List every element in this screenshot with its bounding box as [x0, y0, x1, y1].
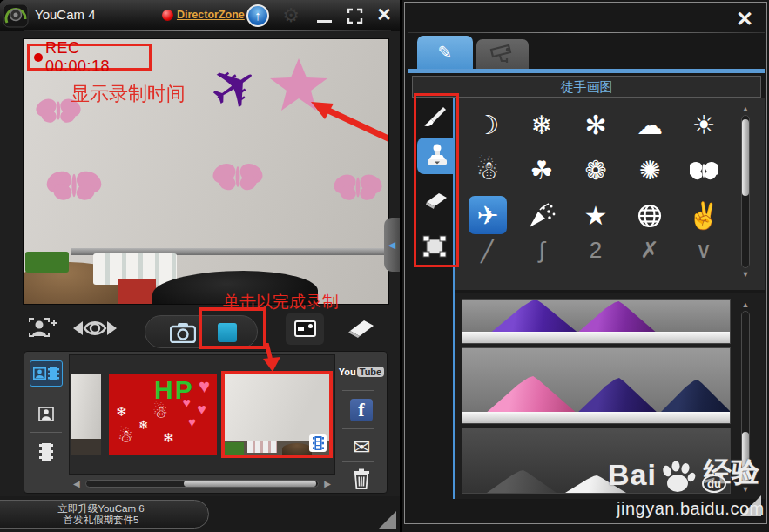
scrollbar-thumb[interactable]: [184, 481, 316, 487]
stamp-cloud-icon[interactable]: ☁: [623, 103, 677, 148]
thumbnail-partial[interactable]: [71, 374, 101, 455]
airplane-stamp: ✈: [197, 47, 273, 127]
screen-capture-icon: [294, 320, 316, 337]
tab-surveillance[interactable]: [476, 39, 529, 69]
envelope-icon: ✉: [353, 435, 370, 460]
stamp-clover-icon[interactable]: ☘: [515, 148, 569, 193]
powder-gray[interactable]: [487, 470, 557, 493]
powder-dark-purple[interactable]: [576, 378, 659, 414]
snowflake-icon: ❄: [116, 405, 127, 418]
stamp-stroke-hook-icon[interactable]: 2: [569, 239, 623, 279]
powder-purple[interactable]: [489, 300, 580, 334]
gallery-scrollbar[interactable]: ◀ ▶: [73, 476, 331, 490]
photo-icon: [38, 407, 54, 421]
window-title: YouCam 4: [35, 7, 96, 22]
tool-eraser[interactable]: [417, 183, 452, 219]
thumbnail-recorded-video-selected[interactable]: [221, 371, 333, 458]
minimize-button[interactable]: [314, 4, 336, 27]
powder-row[interactable]: [462, 347, 731, 424]
stamp-star-icon[interactable]: ★: [569, 193, 623, 239]
film-icon: [39, 443, 53, 461]
annotation-show-record-time: 显示录制时间: [71, 81, 186, 107]
thumbnail-hp-drawing[interactable]: HP ♥ ♥ ♥ ♥ ☃ ☃ ❄ ❄ ❄: [109, 374, 217, 455]
stamp-airplane-icon-selected[interactable]: ✈: [461, 193, 515, 239]
rec-timer: REC 00:00:18: [45, 39, 149, 76]
share-youtube-button[interactable]: YouTube: [340, 359, 383, 385]
share-email-button[interactable]: ✉: [340, 434, 383, 461]
baidu-jingyan-watermark: Bai du 经验 jingyan.baidu.com: [608, 454, 769, 519]
panel-close-button[interactable]: ✕: [732, 8, 757, 30]
webcam-preview[interactable]: ✈ REC 00:00:18 显示录制时间: [23, 38, 389, 305]
scroll-left-icon[interactable]: ◀: [73, 479, 80, 488]
stamp-scrollbar[interactable]: ▲ ▼: [739, 104, 752, 279]
powder-row[interactable]: [462, 299, 731, 344]
stamp-party-popper-icon[interactable]: [515, 193, 569, 239]
stamp-stroke-v-icon[interactable]: ∨: [677, 239, 731, 279]
panel-collapse-handle[interactable]: ◀: [384, 218, 400, 272]
scroll-right-icon[interactable]: ▶: [324, 479, 331, 488]
scrollbar-track[interactable]: [741, 115, 750, 268]
annotation-arrow-down: [256, 343, 284, 373]
stamp-butterfly-icon[interactable]: [677, 148, 731, 193]
powder-crimson[interactable]: [656, 303, 731, 334]
presentation-mode-button[interactable]: [286, 313, 324, 345]
scrollbar-track[interactable]: [85, 480, 320, 488]
scroll-down-icon[interactable]: ▼: [742, 270, 750, 279]
filter-videos-button[interactable]: [30, 439, 63, 465]
watermark-bai: Bai: [608, 458, 657, 492]
youcam-window: YouCam 4 DirectorZone ↑ ⚙ ✕: [0, 0, 400, 532]
stamp-snowflake-icon[interactable]: ❄: [515, 103, 569, 148]
video-overlay-stamps: ✈: [24, 39, 389, 305]
stamp-flower-asterisk-icon[interactable]: ✻: [569, 103, 623, 148]
stamp-stroke-curve-icon[interactable]: ∫: [515, 239, 569, 279]
powder-navy[interactable]: [658, 380, 731, 414]
powder-violet[interactable]: [576, 301, 658, 334]
share-facebook-button[interactable]: f: [340, 397, 383, 423]
filter-photos-button[interactable]: [30, 401, 63, 427]
stamp-grid: ☽ ❄ ✻ ☁ ☀ ☃ ☘ ❁ ✺ ✈: [461, 103, 732, 287]
delete-button[interactable]: [340, 466, 383, 492]
annotation-arrow: [311, 102, 389, 139]
stamp-globe-icon[interactable]: [623, 193, 677, 239]
tool-transform[interactable]: [417, 228, 452, 265]
screen: YouCam 4 DirectorZone ↑ ⚙ ✕: [0, 0, 769, 532]
gear-icon[interactable]: ⚙: [280, 5, 301, 26]
stamp-stroke-slash-icon[interactable]: ╱: [461, 239, 515, 279]
filter-all-button[interactable]: [30, 360, 63, 387]
snapshot-button[interactable]: [170, 322, 196, 347]
stamp-snowman-icon[interactable]: ☃: [461, 148, 515, 193]
watermark-du: du: [702, 475, 726, 493]
scroll-up-icon[interactable]: ▲: [742, 300, 750, 309]
scroll-up-icon[interactable]: ▲: [742, 104, 750, 113]
film-icon: [313, 436, 324, 450]
shelf-board: [462, 332, 730, 343]
stamp-zone: ☽ ❄ ✻ ☁ ☀ ☃ ☘ ❁ ✺ ✈: [455, 98, 765, 290]
stamp-victory-hand-icon[interactable]: ✌: [677, 193, 731, 239]
tab-draw[interactable]: ✎: [417, 36, 473, 69]
face-login-button[interactable]: [28, 317, 57, 343]
scrollbar-thumb[interactable]: [742, 119, 749, 196]
close-button[interactable]: ✕: [373, 3, 395, 26]
snowman-icon: ☃: [152, 403, 168, 421]
tool-stamp[interactable]: [417, 138, 457, 174]
video-effects-eye-button[interactable]: [73, 318, 117, 342]
stamp-moon-icon[interactable]: ☽: [461, 103, 515, 148]
media-gallery: HP ♥ ♥ ♥ ♥ ☃ ☃ ❄ ❄ ❄: [24, 351, 388, 494]
directorzone-link[interactable]: DirectorZone: [177, 9, 245, 21]
powder-pink[interactable]: [484, 376, 578, 414]
stamp-daisy-icon[interactable]: ❁: [569, 148, 623, 193]
panel-title: 徒手画图: [412, 76, 761, 98]
tool-brush[interactable]: [417, 99, 452, 136]
bottom-bar: 立即升级YouCam 6 首发礼假期套件5: [0, 496, 400, 532]
facebook-icon: f: [350, 399, 373, 421]
stamp-stroke-x-icon[interactable]: ✗: [623, 239, 677, 279]
resize-grip[interactable]: [379, 511, 396, 529]
upload-icon[interactable]: ↑: [246, 4, 269, 27]
clear-drawing-button[interactable]: [343, 319, 374, 341]
stamp-starburst-icon[interactable]: ✺: [623, 148, 677, 193]
watermark-url: jingyan.baidu.com: [617, 499, 769, 519]
titlebar: YouCam 4 DirectorZone ↑ ⚙ ✕: [0, 0, 400, 31]
upgrade-banner[interactable]: 立即升级YouCam 6 首发礼假期套件5: [0, 500, 209, 529]
stamp-sun-icon[interactable]: ☀: [677, 103, 731, 148]
fullscreen-button[interactable]: [343, 4, 366, 27]
